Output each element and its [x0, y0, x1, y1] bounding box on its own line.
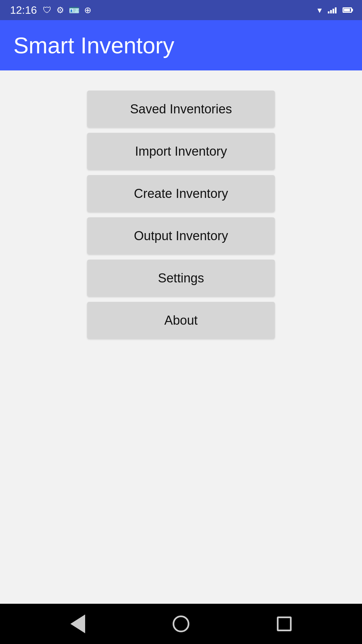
- app-bar: Smart Inventory: [0, 20, 362, 70]
- about-button[interactable]: About: [87, 302, 275, 339]
- output-inventory-button[interactable]: Output Inventory: [87, 217, 275, 254]
- create-inventory-button[interactable]: Create Inventory: [87, 175, 275, 212]
- card-icon: 🪪: [69, 5, 79, 15]
- status-icons: 🛡 ⚙ 🪪 ⊕: [43, 5, 92, 15]
- status-time: 12:16: [10, 4, 37, 16]
- at-icon: ⊕: [84, 5, 92, 15]
- back-button[interactable]: [70, 614, 85, 633]
- status-left: 12:16 🛡 ⚙ 🪪 ⊕: [10, 4, 92, 16]
- nav-bar: [0, 604, 362, 644]
- status-bar: 12:16 🛡 ⚙ 🪪 ⊕ ▾: [0, 0, 362, 20]
- import-inventory-button[interactable]: Import Inventory: [87, 133, 275, 170]
- app-title: Smart Inventory: [13, 32, 349, 58]
- shield-icon: 🛡: [43, 5, 52, 15]
- wifi-icon: ▾: [317, 5, 322, 15]
- settings-button[interactable]: Settings: [87, 260, 275, 297]
- saved-inventories-button[interactable]: Saved Inventories: [87, 91, 275, 127]
- recent-button[interactable]: [277, 616, 292, 631]
- signal-icon: [328, 7, 337, 13]
- gear-icon: ⚙: [56, 5, 64, 15]
- main-content: Saved Inventories Import Inventory Creat…: [0, 70, 362, 604]
- battery-icon: [343, 7, 352, 13]
- status-right: ▾: [317, 5, 352, 15]
- home-button[interactable]: [173, 615, 189, 632]
